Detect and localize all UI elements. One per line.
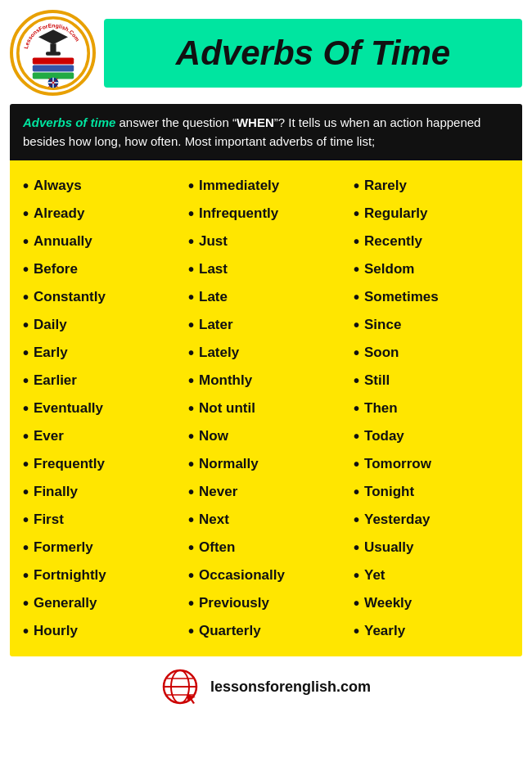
list-item: Early <box>23 339 178 367</box>
list-item: Daily <box>23 311 178 339</box>
header: LessonsForEnglish.Com Adverbs Of Tim <box>10 10 522 96</box>
list-item: Formerly <box>23 534 178 561</box>
list-item: Tonight <box>354 478 509 506</box>
list-item: Still <box>354 367 509 395</box>
list-item: Today <box>354 422 509 450</box>
list-item: Just <box>188 228 344 255</box>
list-item: Often <box>188 534 344 561</box>
list-item: First <box>23 506 178 534</box>
list-item: Usually <box>354 534 509 561</box>
list-item: Hourly <box>23 617 178 645</box>
list-item: Seldom <box>354 255 509 283</box>
list-item: Sometimes <box>354 283 509 311</box>
svg-rect-6 <box>32 65 73 71</box>
list-item: Yesterday <box>354 506 509 534</box>
list-item: Fortnightly <box>23 561 178 589</box>
list-item: Last <box>188 255 344 283</box>
list-item: Normally <box>188 450 344 478</box>
list-item: Weekly <box>354 589 509 617</box>
list-item: Annually <box>23 228 178 255</box>
list-item: Rarely <box>354 172 509 200</box>
globe-icon <box>161 668 199 706</box>
list-item: Lately <box>188 339 344 367</box>
page-wrapper: LessonsForEnglish.Com Adverbs Of Tim <box>0 0 532 720</box>
list-item: Already <box>23 200 178 228</box>
list-item: Frequently <box>23 450 178 478</box>
list-item: Not until <box>188 395 344 422</box>
list-item: Eventually <box>23 395 178 422</box>
list-item: Generally <box>23 589 178 617</box>
list-item: Tomorrow <box>354 450 509 478</box>
footer: lessonsforenglish.com <box>10 656 522 710</box>
svg-rect-5 <box>32 57 73 64</box>
svg-rect-4 <box>46 52 61 55</box>
list-item: Before <box>23 255 178 283</box>
list-item: Since <box>354 311 509 339</box>
page-title: Adverbs Of Time <box>112 34 514 73</box>
column-2: ImmediatelyInfrequentlyJustLastLateLater… <box>183 172 349 645</box>
description-box: Adverbs of time answer the question “WHE… <box>10 104 522 160</box>
list-item: Immediately <box>188 172 344 200</box>
list-item: Infrequently <box>188 200 344 228</box>
list-item: Recently <box>354 228 509 255</box>
list-item: Previously <box>188 589 344 617</box>
list-item: Always <box>23 172 178 200</box>
list-item: Later <box>188 311 344 339</box>
list-item: Then <box>354 395 509 422</box>
list-item: Constantly <box>23 283 178 311</box>
list-item: Earlier <box>23 367 178 395</box>
list-item: Soon <box>354 339 509 367</box>
word-list-area: AlwaysAlreadyAnnuallyBeforeConstantlyDai… <box>10 160 522 656</box>
list-item: Occasionally <box>188 561 344 589</box>
column-3: RarelyRegularlyRecentlySeldomSometimesSi… <box>349 172 514 645</box>
list-item: Finally <box>23 478 178 506</box>
list-item: Next <box>188 506 344 534</box>
list-item: Yearly <box>354 617 509 645</box>
list-item: Late <box>188 283 344 311</box>
list-item: Now <box>188 422 344 450</box>
columns: AlwaysAlreadyAnnuallyBeforeConstantlyDai… <box>18 172 514 645</box>
svg-rect-3 <box>50 43 56 52</box>
highlight-text: Adverbs of time <box>23 115 115 129</box>
list-item: Monthly <box>188 367 344 395</box>
list-item: Never <box>188 478 344 506</box>
column-1: AlwaysAlreadyAnnuallyBeforeConstantlyDai… <box>18 172 183 645</box>
list-item: Regularly <box>354 200 509 228</box>
footer-url: lessonsforenglish.com <box>210 679 371 696</box>
list-item: Ever <box>23 422 178 450</box>
list-item: Quarterly <box>188 617 344 645</box>
list-item: Yet <box>354 561 509 589</box>
title-box: Adverbs Of Time <box>104 19 522 88</box>
logo: LessonsForEnglish.Com <box>10 10 96 96</box>
